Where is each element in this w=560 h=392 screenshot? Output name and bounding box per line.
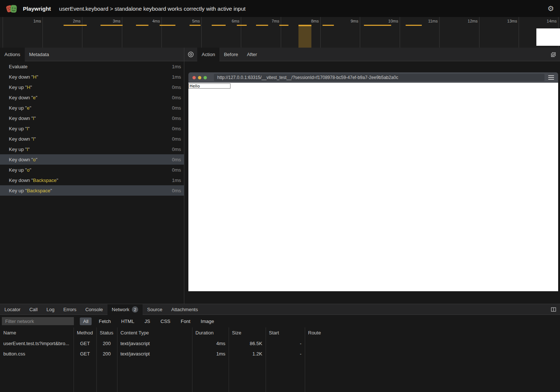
table-cell: 1.2K bbox=[229, 351, 266, 357]
filter-chip-image[interactable]: Image bbox=[197, 317, 217, 325]
timeline-gridline bbox=[360, 17, 360, 48]
tab-metadata[interactable]: Metadata bbox=[25, 48, 54, 61]
table-cell: userEvent.test.ts?import&bro... bbox=[0, 341, 74, 346]
snapshot-text-input bbox=[188, 83, 231, 89]
timeline-gridline bbox=[281, 17, 281, 48]
list-item[interactable]: Key up "o"0ms bbox=[0, 165, 184, 175]
filter-chip-fetch[interactable]: Fetch bbox=[95, 317, 114, 325]
table-cell: button.css bbox=[0, 351, 74, 357]
actions-tab-strip: ActionsMetadata bbox=[0, 48, 184, 61]
action-key-value: e bbox=[33, 95, 35, 100]
action-key-value: Backspace bbox=[33, 178, 57, 183]
action-label: Key down " bbox=[9, 116, 33, 121]
filter-chip-all[interactable]: All bbox=[80, 317, 92, 325]
tab-label: After bbox=[247, 52, 257, 57]
action-quote: " bbox=[36, 95, 38, 100]
filter-chip-html[interactable]: HTML bbox=[118, 317, 137, 325]
bottom-panel: LocatorCallLogErrorsConsoleNetwork2Sourc… bbox=[0, 304, 560, 392]
column-header[interactable]: Duration bbox=[192, 330, 229, 336]
column-header[interactable]: Name bbox=[0, 330, 74, 336]
timeline-gridline bbox=[3, 17, 3, 48]
tab-locator[interactable]: Locator bbox=[0, 304, 25, 315]
pick-locator-icon[interactable] bbox=[184, 48, 197, 61]
tab-label: Action bbox=[202, 52, 215, 57]
column-header[interactable]: Route bbox=[305, 330, 560, 336]
filter-chip-font[interactable]: Font bbox=[177, 317, 194, 325]
column-header[interactable]: Size bbox=[229, 330, 266, 336]
column-header[interactable]: Status bbox=[96, 330, 117, 336]
tab-console[interactable]: Console bbox=[81, 304, 107, 315]
action-label: Key up " bbox=[9, 126, 27, 131]
toggle-layout-icon[interactable] bbox=[547, 304, 560, 315]
timeline-gridline bbox=[400, 17, 400, 48]
list-item[interactable]: Key up "Backspace"0ms bbox=[0, 185, 184, 196]
tab-label: Attachments bbox=[171, 307, 198, 312]
list-item[interactable]: Key down "o"0ms bbox=[0, 154, 184, 165]
tab-log[interactable]: Log bbox=[42, 304, 59, 315]
actions-panel: ActionsMetadata Evaluate1msKey down "H"1… bbox=[0, 48, 184, 304]
tab-before[interactable]: Before bbox=[219, 48, 242, 61]
action-duration: 0ms bbox=[172, 105, 181, 111]
list-item[interactable]: Key down "l"0ms bbox=[0, 134, 184, 144]
timeline-gridline bbox=[122, 17, 122, 48]
list-item[interactable]: Key down "l"0ms bbox=[0, 113, 184, 123]
list-item[interactable]: Key down "e"0ms bbox=[0, 92, 184, 103]
list-item[interactable]: Key down "Backspace"1ms bbox=[0, 175, 184, 185]
table-row[interactable]: userEvent.test.ts?import&bro...GET200tex… bbox=[0, 338, 560, 348]
table-row[interactable]: button.cssGET200text/javascript1ms1.2K- bbox=[0, 348, 560, 359]
column-header[interactable]: Start bbox=[266, 330, 305, 336]
timeline-tick-label: 1ms bbox=[15, 19, 41, 23]
table-cell: text/javascript bbox=[117, 351, 192, 357]
list-item[interactable]: Key down "H"1ms bbox=[0, 72, 184, 82]
table-header-row: NameMethodStatusContent TypeDurationSize… bbox=[0, 327, 560, 338]
settings-gear-icon[interactable]: ⚙ bbox=[547, 5, 554, 12]
list-item[interactable]: Key up "H"0ms bbox=[0, 82, 184, 92]
network-filter-input[interactable] bbox=[2, 317, 74, 325]
tab-errors[interactable]: Errors bbox=[59, 304, 81, 315]
resource-filter-chips: AllFetchHTMLJSCSSFontImage bbox=[80, 317, 217, 325]
timeline-selection[interactable] bbox=[298, 25, 311, 48]
column-header[interactable]: Method bbox=[74, 330, 96, 336]
action-label: Key up " bbox=[9, 147, 27, 152]
tab-attachments[interactable]: Attachments bbox=[167, 304, 202, 315]
action-label: Key up " bbox=[9, 85, 27, 90]
tab-after[interactable]: After bbox=[242, 48, 261, 61]
list-item[interactable]: Key up "l"0ms bbox=[0, 144, 184, 154]
list-item[interactable]: Key up "l"0ms bbox=[0, 123, 184, 134]
action-duration: 0ms bbox=[172, 136, 181, 142]
timeline-action-bar bbox=[160, 25, 175, 26]
action-duration: 0ms bbox=[172, 157, 181, 162]
tab-action[interactable]: Action bbox=[197, 48, 219, 61]
column-header[interactable]: Content Type bbox=[117, 330, 192, 336]
timeline-gridline bbox=[82, 17, 82, 48]
list-item[interactable]: Evaluate1ms bbox=[0, 61, 184, 72]
main-split: ActionsMetadata Evaluate1msKey down "H"1… bbox=[0, 48, 560, 304]
tab-label: Call bbox=[29, 307, 37, 312]
table-cell: GET bbox=[74, 351, 96, 357]
action-key-value: e bbox=[27, 105, 30, 111]
tab-source[interactable]: Source bbox=[143, 304, 167, 315]
tab-actions[interactable]: Actions bbox=[0, 48, 25, 61]
timeline-tick-label: 6ms bbox=[214, 19, 239, 23]
action-label: Key up " bbox=[9, 188, 27, 193]
filter-chip-css[interactable]: CSS bbox=[157, 317, 174, 325]
timeline-tick-label: 2ms bbox=[55, 19, 81, 23]
timeline-action-bar bbox=[100, 25, 123, 26]
timeline-tick-label: 3ms bbox=[95, 19, 120, 23]
action-duration: 0ms bbox=[172, 116, 181, 121]
action-quote: " bbox=[28, 126, 30, 131]
tab-label: Actions bbox=[4, 52, 20, 57]
open-external-icon[interactable] bbox=[547, 48, 560, 61]
timeline-tick-label: 11ms bbox=[412, 19, 438, 23]
table-cell: 86.5K bbox=[229, 341, 266, 346]
snapshot-url: http://127.0.0.1:63315/__vitest_test__/?… bbox=[214, 74, 544, 81]
action-key-value: o bbox=[27, 167, 30, 173]
timeline[interactable]: 1ms2ms3ms4ms5ms6ms7ms8ms9ms10ms11ms12ms1… bbox=[0, 17, 560, 48]
tab-network[interactable]: Network2 bbox=[107, 304, 143, 315]
tab-call[interactable]: Call bbox=[25, 304, 42, 315]
timeline-action-bar bbox=[237, 25, 247, 26]
filter-chip-js[interactable]: JS bbox=[141, 317, 153, 325]
table-cell: 4ms bbox=[192, 341, 229, 346]
action-quote: " bbox=[57, 178, 58, 183]
list-item[interactable]: Key up "e"0ms bbox=[0, 103, 184, 113]
